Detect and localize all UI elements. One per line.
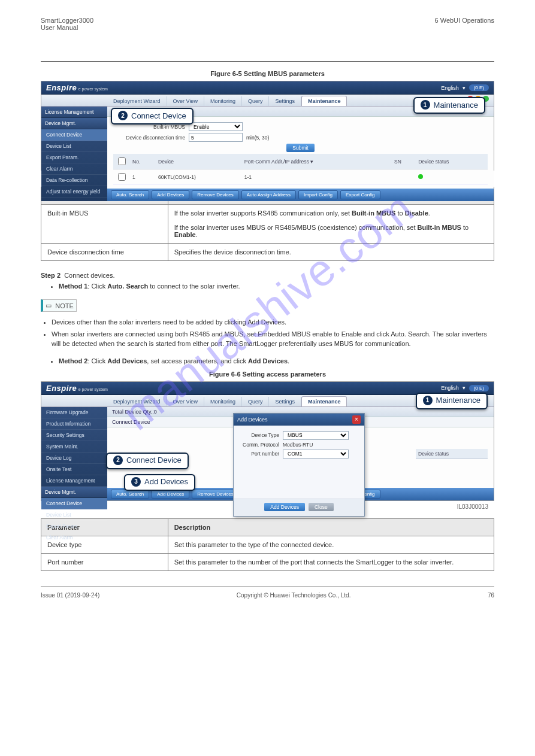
sidebar-item-system-maint[interactable]: System Maint.	[41, 441, 107, 453]
sidebar-item-clear-alarm[interactable]: Clear Alarm	[41, 532, 107, 544]
page-header: SmartLogger3000 User Manual 6 WebUI Oper…	[41, 17, 494, 31]
col-port[interactable]: Port-Comm Addr./IP address ▾	[242, 154, 392, 169]
sidebar-item-connect-device[interactable]: Connect Device	[41, 129, 107, 141]
btn-add-devices[interactable]: Add Devices	[152, 490, 189, 499]
select-port-number[interactable]: COM1	[283, 450, 349, 459]
note-item-2: When solar inverters are connected using…	[52, 330, 494, 349]
row-checkbox[interactable]	[118, 173, 126, 181]
note-item-1: Devices other than the solar inverters n…	[52, 318, 494, 327]
note-icon: ▭	[46, 302, 52, 309]
label-port-number: Port number	[238, 451, 283, 457]
header-right: 6 WebUI Operations	[435, 17, 494, 31]
btn-auto-search[interactable]: Auto. Search	[111, 190, 149, 199]
cell-desc-disc: Specifies the device disconnection time.	[168, 244, 494, 261]
tab-deployment-wizard[interactable]: Deployment Wizard	[107, 96, 167, 106]
btn-remove-devices[interactable]: Remove Devices	[192, 190, 238, 199]
sidebar-item-device-list[interactable]: Device List	[41, 141, 107, 152]
lang-pill[interactable]: (0 E)	[469, 84, 489, 91]
tab-settings[interactable]: Settings	[269, 96, 301, 106]
cell-param-mbus: Built-in MBUS	[41, 205, 168, 244]
cell-param-disc: Device disconnection time	[41, 244, 168, 261]
sidebar-item-data-recollection[interactable]: Data Re-collection	[41, 175, 107, 186]
btn-export-config[interactable]: Export Config	[340, 190, 380, 199]
figure1-screenshot: Enspire e power system English ▾ (0 E) D…	[41, 81, 494, 171]
tab-monitoring[interactable]: Monitoring	[204, 397, 242, 406]
table-row[interactable]: 1 60KTL(COM1-1) 1-1	[113, 169, 488, 185]
footer-center: Copyright © Huawei Technologies Co., Ltd…	[237, 592, 351, 599]
cell-desc-mbus: If the solar inverter supports RS485 com…	[168, 205, 494, 244]
btn-remove-devices[interactable]: Remove Devices	[192, 490, 238, 499]
select-device-type[interactable]: MBUS	[283, 431, 349, 440]
status-dot-icon	[418, 174, 423, 179]
sidebar-item-connect-device[interactable]: Connect Device	[41, 498, 107, 509]
sidebar-header-license[interactable]: License Management	[41, 107, 107, 118]
callout-connect-device: 2Connect Device	[111, 108, 194, 125]
toolbar: Auto. Search Add Devices Remove Devices …	[107, 189, 494, 201]
sidebar-item-onsite-test[interactable]: Onsite Test	[41, 464, 107, 475]
language-label[interactable]: English	[441, 385, 459, 391]
btn-add-devices[interactable]: Add Devices	[152, 190, 189, 199]
btn-auto-assign[interactable]: Auto Assign Address	[241, 190, 296, 199]
checkbox-all[interactable]	[118, 157, 126, 165]
cell-desc-devtype: Set this parameter to the type of the co…	[168, 536, 494, 553]
tab-maintenance[interactable]: Maintenance	[301, 396, 347, 406]
cell-port: 1-1	[242, 169, 392, 185]
value-comm-protocol: Modbus-RTU	[283, 442, 313, 448]
tab-maintenance[interactable]: Maintenance	[301, 96, 347, 106]
col-device: Device	[156, 154, 242, 169]
label-builtin-mbus: Built-in MBUS	[113, 124, 185, 130]
figure2-screenshot: Enspire e power system English ▾ (0 E) D…	[41, 381, 494, 501]
step2-lead: Connect devices.	[64, 272, 114, 279]
sidebar-item-product-info[interactable]: Product Information	[41, 418, 107, 430]
col-sn: SN	[392, 154, 416, 169]
header-rule	[41, 61, 494, 62]
sidebar-item-clear-alarm[interactable]: Clear Alarm	[41, 163, 107, 175]
lang-pill[interactable]: (0 E)	[469, 385, 489, 391]
figure1-caption: Figure 6-5 Setting MBUS parameters	[41, 70, 494, 77]
language-label[interactable]: English	[441, 85, 459, 91]
sidebar-item-export-param[interactable]: Export Param.	[41, 521, 107, 532]
tab-overview[interactable]: Over View	[167, 96, 204, 106]
input-disconnect-time[interactable]	[189, 133, 243, 142]
sidebar: License Management Device Mgmt. Connect …	[41, 107, 107, 201]
page-footer: Issue 01 (2019-09-24) Copyright © Huawei…	[41, 587, 494, 599]
param-table-2: Parameter Description Device type Set th…	[41, 518, 494, 571]
brand-logo: Enspire e power system	[46, 83, 108, 92]
btn-import-config[interactable]: Import Config	[298, 190, 338, 199]
sidebar-item-license-mgmt[interactable]: License Management	[41, 475, 107, 487]
figure2-caption: Figure 6-6 Setting access parameters	[41, 371, 494, 378]
cell-device: 60KTL(COM1-1)	[156, 169, 242, 185]
sidebar-item-adjust-energy[interactable]: Adjust total energy yield	[41, 186, 107, 198]
dialog-add-button[interactable]: Add Devices	[264, 503, 305, 511]
step2-method1: Method 1: Click Auto. Search to connect …	[59, 283, 494, 290]
tab-overview[interactable]: Over View	[167, 397, 204, 406]
brand-logo: Enspire e power system	[46, 384, 108, 393]
sidebar-item-export-param[interactable]: Export Param.	[41, 152, 107, 163]
tab-deployment-wizard[interactable]: Deployment Wizard	[107, 397, 167, 406]
tab-monitoring[interactable]: Monitoring	[204, 96, 242, 106]
cell-status	[416, 169, 488, 185]
label-device-type: Device Type	[238, 432, 283, 438]
footer-right: 76	[488, 592, 494, 599]
chevron-down-icon: ▾	[463, 385, 466, 391]
select-builtin-mbus[interactable]: Enable	[189, 122, 243, 131]
label-disconnect-time: Device disconnection time	[113, 135, 185, 141]
sidebar-item-device-log[interactable]: Device Log	[41, 453, 107, 464]
device-table: No. Device Port-Comm Addr./IP address ▾ …	[113, 154, 488, 185]
close-icon[interactable]: ×	[352, 415, 361, 424]
dialog-close-button[interactable]: Close	[309, 503, 334, 511]
header-left: SmartLogger3000	[41, 17, 93, 24]
btn-auto-search[interactable]: Auto. Search	[111, 490, 149, 499]
callout-maintenance: 1Maintenance	[413, 97, 485, 114]
sidebar-header-device-mgmt[interactable]: Device Mgmt.	[41, 118, 107, 129]
tab-query[interactable]: Query	[242, 397, 270, 406]
col-status: Device status	[416, 154, 488, 169]
sidebar-item-firmware[interactable]: Firmware Upgrade	[41, 407, 107, 418]
sidebar-header-device-mgmt[interactable]: Device Mgmt.	[41, 487, 107, 498]
sidebar-item-security[interactable]: Security Settings	[41, 430, 107, 441]
tab-query[interactable]: Query	[242, 96, 270, 106]
tab-settings[interactable]: Settings	[269, 397, 301, 406]
submit-button[interactable]: Submit	[286, 144, 314, 152]
sidebar-item-device-list[interactable]: Device List	[41, 509, 107, 521]
label-comm-protocol: Comm. Protocol	[238, 442, 283, 448]
